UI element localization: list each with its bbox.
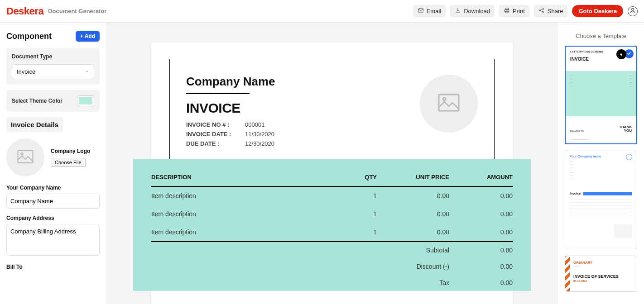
check-icon (626, 50, 632, 58)
item-price: 0.00 (377, 205, 449, 223)
choose-file-button[interactable]: Choose File (51, 158, 86, 167)
brand-logo: Deskera (6, 5, 43, 17)
image-placeholder-icon (17, 150, 34, 165)
company-name-label: Your Company Name (6, 185, 100, 191)
theme-color-label: Select Theme Color (12, 98, 62, 104)
invoice-date-value: 11/30/2020 (245, 131, 274, 138)
user-icon (630, 7, 636, 15)
svg-point-5 (543, 8, 543, 9)
table-row: Item description 1 0.00 0.00 (151, 223, 513, 242)
due-date-value: 12/30/2020 (245, 140, 274, 147)
divider (186, 93, 250, 94)
invoice-page[interactable]: Company Name INVOICE INVOICE NO # : 0000… (151, 43, 513, 304)
t2-company: Your Company name (570, 155, 601, 158)
print-button[interactable]: Print (499, 5, 529, 17)
company-logo-row: Company Logo Choose File (6, 138, 100, 176)
document-type-label: Document Type (12, 53, 94, 60)
template-sidebar: Choose a Template LETTERPRESS DESIGNS IN… (558, 23, 644, 304)
download-button[interactable]: Download (450, 5, 495, 17)
svg-point-11 (443, 98, 446, 100)
svg-point-9 (21, 153, 23, 155)
table-row: Item description 1 0.00 0.00 (151, 186, 513, 205)
company-name-input[interactable] (6, 194, 100, 209)
col-unit-price: UNIT PRICE (377, 168, 449, 186)
invoice-items-table: DESCRIPTION QTY UNIT PRICE AMOUNT Item d… (151, 168, 513, 291)
discount-value: 0.00 (449, 258, 513, 275)
discount-row: Discount (-) 0.00 (151, 258, 513, 275)
bill-to-label: Bill To (6, 264, 100, 270)
item-desc: Item description (151, 223, 336, 242)
droplet-icon (626, 154, 632, 160)
document-type-value: Invoice (17, 68, 35, 75)
item-qty: 1 (336, 205, 377, 223)
t3-date: 07.14.2012 (573, 280, 587, 282)
email-button[interactable]: Email (413, 5, 446, 17)
template-thumb-1[interactable]: LETTERPRESS DESIGNS INVOICE ♥ —— —— —— —… (565, 46, 637, 144)
subtotal-label: Subtotal (377, 242, 449, 258)
due-date-label: DUE DATE : (186, 140, 236, 147)
share-icon (538, 7, 545, 15)
invoice-logo-placeholder (420, 75, 478, 133)
svg-rect-8 (18, 151, 33, 163)
subtotal-row: Subtotal 0.00 (151, 242, 513, 258)
col-amount: AMOUNT (449, 168, 513, 186)
theme-color-swatch-wrap (77, 95, 94, 106)
invoice-details-heading: Invoice Details (6, 117, 63, 132)
goto-deskera-button[interactable]: Goto Deskera (572, 5, 623, 17)
choose-template-title: Choose a Template (576, 33, 626, 39)
print-icon (504, 7, 510, 15)
col-qty: QTY (336, 168, 377, 186)
t3-brand: ORIANART (573, 261, 592, 265)
component-title: Component (6, 32, 52, 41)
item-amount: 0.00 (449, 223, 513, 242)
tax-value: 0.00 (449, 275, 513, 291)
invoice-items-section: DESCRIPTION QTY UNIT PRICE AMOUNT Item d… (133, 159, 531, 291)
download-label: Download (464, 8, 490, 14)
user-account-button[interactable] (628, 6, 638, 16)
template-thumb-3[interactable]: ORIANART ———— INVOICE OF SERVICES 07.14.… (565, 256, 637, 292)
document-type-panel: Document Type Invoice (6, 48, 100, 85)
tax-row: Tax 0.00 (151, 275, 513, 291)
chevron-down-icon (85, 68, 89, 75)
document-type-select[interactable]: Invoice (12, 64, 94, 79)
col-description: DESCRIPTION (151, 168, 336, 186)
t1-payable: PAYABLE TO (570, 130, 584, 133)
discount-label: Discount (-) (377, 258, 449, 275)
print-label: Print (513, 8, 525, 14)
item-price: 0.00 (377, 186, 449, 205)
download-icon (455, 7, 461, 15)
theme-color-swatch[interactable] (79, 97, 92, 104)
stripe-decoration (565, 256, 570, 291)
item-amount: 0.00 (449, 186, 513, 205)
company-address-label: Company Address (6, 215, 100, 221)
template-thumb-2[interactable]: Your Company name ———————————— Invoice (565, 151, 637, 249)
tax-label: Tax (377, 275, 449, 291)
add-component-button[interactable]: + Add (76, 31, 100, 42)
item-desc: Item description (151, 186, 336, 205)
item-price: 0.00 (377, 223, 449, 242)
invoice-preview-area: Company Name INVOICE INVOICE NO # : 0000… (106, 23, 558, 304)
svg-rect-0 (418, 9, 423, 12)
t1-letterpress: LETTERPRESS DESIGNS (570, 50, 603, 53)
email-label: Email (427, 8, 442, 14)
theme-color-panel: Select Theme Color (6, 90, 100, 112)
mail-icon (418, 7, 424, 15)
t1-you: YOU (619, 129, 632, 133)
invoice-no-label: INVOICE NO # : (186, 121, 236, 128)
subtotal-value: 0.00 (449, 242, 513, 258)
share-label: Share (548, 8, 563, 14)
image-placeholder-icon (438, 94, 460, 114)
svg-rect-10 (439, 95, 459, 111)
share-button[interactable]: Share (534, 5, 568, 17)
company-logo-placeholder (6, 138, 44, 176)
table-row: Item description 1 0.00 0.00 (151, 205, 513, 223)
brand-subtitle: Document Generator (48, 8, 106, 14)
item-desc: Item description (151, 205, 336, 223)
t1-invoice: INVOICE (570, 57, 589, 62)
left-sidebar: Component + Add Document Type Invoice Se… (0, 23, 106, 304)
t2-invoice: Invoice (570, 192, 581, 195)
item-qty: 1 (336, 186, 377, 205)
company-address-input[interactable] (6, 224, 100, 256)
svg-point-6 (543, 11, 543, 12)
invoice-no-value: 000001 (245, 121, 264, 128)
